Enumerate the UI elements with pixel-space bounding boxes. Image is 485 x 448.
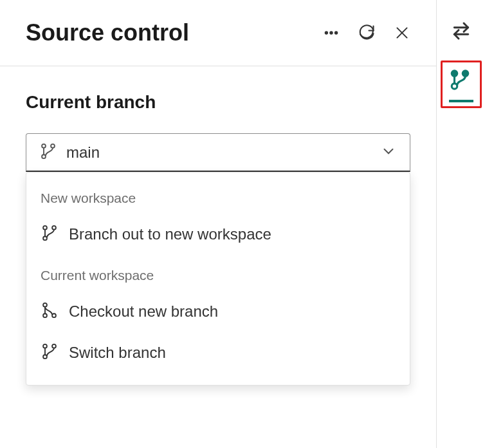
svg-point-14 — [43, 313, 47, 317]
source-control-panel: Source control — [0, 0, 437, 448]
svg-point-17 — [43, 344, 47, 348]
svg-point-13 — [43, 303, 47, 307]
dropdown-group-label: New workspace — [26, 184, 410, 214]
panel-title: Source control — [26, 19, 323, 46]
svg-point-10 — [43, 236, 47, 240]
active-indicator — [449, 100, 473, 102]
svg-point-2 — [335, 32, 337, 33]
svg-point-0 — [325, 32, 327, 33]
chevron-down-icon — [380, 143, 397, 162]
dropdown-item-label: Checkout new branch — [69, 303, 218, 321]
selected-branch-name: main — [66, 144, 380, 162]
svg-point-18 — [43, 355, 47, 359]
right-rail — [437, 0, 485, 448]
svg-point-1 — [330, 32, 332, 33]
more-icon — [323, 24, 340, 41]
swap-icon — [451, 21, 471, 41]
branch-icon — [41, 342, 59, 363]
branch-dropdown: New workspace Branch out to new workspac… — [26, 172, 410, 386]
rail-swap-button[interactable] — [451, 21, 471, 41]
source-control-icon — [449, 69, 471, 91]
svg-point-9 — [43, 226, 47, 230]
refresh-button[interactable] — [358, 24, 376, 42]
branch-icon — [41, 224, 59, 245]
svg-point-5 — [42, 144, 46, 147]
panel-content: Current branch main New workspace — [0, 66, 436, 398]
header-actions — [323, 24, 410, 42]
dropdown-item-switch-branch[interactable]: Switch branch — [26, 332, 410, 373]
dropdown-item-checkout-new[interactable]: Checkout new branch — [26, 291, 410, 332]
branch-icon — [39, 142, 57, 163]
panel-header: Source control — [0, 0, 436, 66]
close-button[interactable] — [394, 24, 410, 41]
refresh-icon — [358, 24, 376, 42]
branch-new-icon — [41, 301, 59, 322]
dropdown-item-label: Switch branch — [69, 344, 166, 362]
svg-point-15 — [52, 313, 56, 317]
svg-point-6 — [42, 154, 46, 158]
close-icon — [394, 24, 410, 41]
svg-point-7 — [51, 144, 55, 147]
dropdown-item-label: Branch out to new workspace — [69, 225, 271, 243]
section-label: Current branch — [26, 92, 410, 113]
svg-point-23 — [452, 71, 457, 77]
rail-source-control-button[interactable] — [441, 61, 482, 108]
branch-select[interactable]: main — [26, 133, 410, 172]
svg-point-11 — [52, 226, 56, 230]
svg-point-25 — [462, 71, 468, 77]
svg-point-19 — [52, 344, 56, 348]
more-button[interactable] — [323, 24, 340, 41]
dropdown-group-label: Current workspace — [26, 261, 410, 291]
dropdown-item-branch-out[interactable]: Branch out to new workspace — [26, 214, 410, 255]
